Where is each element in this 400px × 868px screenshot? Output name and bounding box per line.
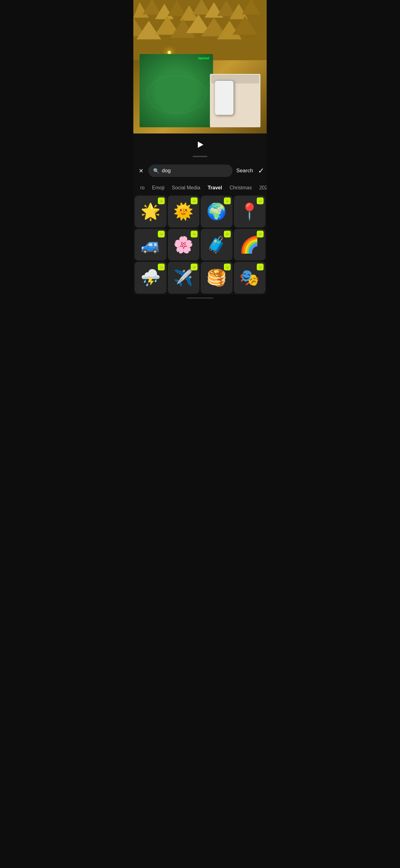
play-icon xyxy=(198,142,203,148)
laptop-line xyxy=(211,76,259,77)
sticker-image-travel-car: 🚙 xyxy=(140,237,161,253)
cricket-field xyxy=(139,54,213,128)
sticker-image-airplane: ✈️ xyxy=(173,270,194,286)
scroll-indicator xyxy=(133,154,267,161)
wall-texture xyxy=(133,0,267,60)
sticker-image-theater: 🎭 xyxy=(239,270,260,286)
crown-badge: 👑 xyxy=(158,231,165,238)
crown-badge: 👑 xyxy=(191,264,198,270)
search-input[interactable] xyxy=(162,168,228,174)
search-input-wrapper[interactable]: 🔍 xyxy=(148,164,233,177)
tv-screen: tapmad xyxy=(139,54,213,128)
video-section: tapmad xyxy=(133,0,267,133)
sticker-image-pancake-tower: 🥞 xyxy=(206,270,227,286)
tab-2025[interactable]: 2025 xyxy=(256,184,267,192)
sticker-image-pink-flower: 🌸 xyxy=(173,237,194,253)
laptop-line xyxy=(211,75,259,76)
search-label[interactable]: Search xyxy=(236,168,253,174)
crown-badge: 👑 xyxy=(224,264,231,270)
crown-badge: 👑 xyxy=(191,197,198,204)
sticker-image-cool-sun: 🌞 xyxy=(173,203,194,219)
crown-badge: 👑 xyxy=(224,197,231,204)
tab-emoji[interactable]: Emoji xyxy=(148,184,168,192)
sticker-image-rainbow: 🌈 xyxy=(239,237,260,253)
crown-badge: 👑 xyxy=(158,197,165,204)
sticker-pink-flower[interactable]: 👑🌸 xyxy=(168,229,200,261)
search-bar-area: × 🔍 Search ✓ xyxy=(133,161,267,180)
close-icon: × xyxy=(139,166,143,175)
sticker-cool-sun[interactable]: 👑🌞 xyxy=(168,195,200,227)
crown-badge: 👑 xyxy=(257,264,264,270)
sticker-map-pin[interactable]: 👑📍 xyxy=(234,195,266,227)
sticker-sparkle-star[interactable]: 👑🌟 xyxy=(135,195,167,227)
tab-travel[interactable]: Travel xyxy=(204,184,226,192)
sticker-travel-car[interactable]: 👑🚙 xyxy=(135,229,167,261)
phone-overlay xyxy=(215,81,233,115)
sticker-theater[interactable]: 👑🎭 xyxy=(234,262,266,294)
sticker-grid: 👑🌟👑🌞👑🌍👑📍👑🚙👑🌸👑🧳👑🌈👑⛈️👑✈️👑🥞👑🎭 xyxy=(133,194,267,295)
scroll-dot xyxy=(193,156,207,157)
sticker-angry-cloud[interactable]: 👑⛈️ xyxy=(135,262,167,294)
crown-badge: 👑 xyxy=(257,197,264,204)
sticker-pancake-tower[interactable]: 👑🥞 xyxy=(201,262,233,294)
tab-christmas[interactable]: Christmas xyxy=(226,184,256,192)
crown-badge: 👑 xyxy=(224,231,231,238)
play-button[interactable] xyxy=(194,139,206,150)
search-icon: 🔍 xyxy=(153,168,159,174)
sticker-airplane[interactable]: 👑✈️ xyxy=(168,262,200,294)
sticker-image-suitcase: 🧳 xyxy=(206,237,227,253)
play-button-area xyxy=(133,133,267,154)
bottom-scrollbar xyxy=(187,298,213,299)
crown-badge: 👑 xyxy=(191,231,198,238)
close-button[interactable]: × xyxy=(138,165,144,176)
sticker-image-map-pin: 📍 xyxy=(239,203,260,219)
video-thumbnail: tapmad xyxy=(133,0,267,133)
sticker-image-sparkle-star: 🌟 xyxy=(140,203,161,219)
laptop-line xyxy=(211,79,259,80)
check-button[interactable]: ✓ xyxy=(257,165,265,176)
sticker-rainbow[interactable]: 👑🌈 xyxy=(234,229,266,261)
sticker-suitcase[interactable]: 👑🧳 xyxy=(201,229,233,261)
laptop-line xyxy=(211,78,259,78)
crown-badge: 👑 xyxy=(158,264,165,270)
check-icon: ✓ xyxy=(258,166,264,175)
tab-social-media[interactable]: Social Media xyxy=(168,184,204,192)
tab-ro[interactable]: ro xyxy=(136,184,148,192)
sticker-image-angry-cloud: ⛈️ xyxy=(140,270,161,286)
category-tabs: roEmojiSocial MediaTravelChristmas2025Ar… xyxy=(133,180,267,194)
sticker-image-earth-globe: 🌍 xyxy=(206,203,227,219)
tapmad-label: tapmad xyxy=(198,57,209,60)
crown-badge: 👑 xyxy=(257,231,264,238)
sticker-earth-globe[interactable]: 👑🌍 xyxy=(201,195,233,227)
